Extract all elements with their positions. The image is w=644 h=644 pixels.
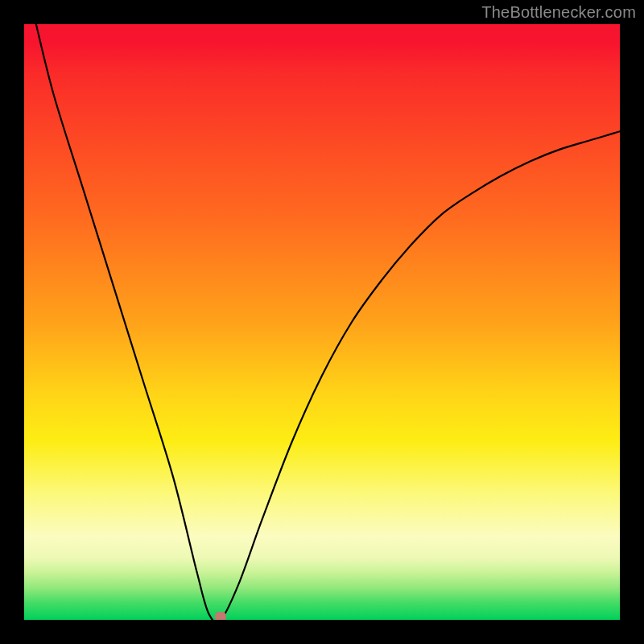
attribution-text: TheBottlenecker.com	[481, 3, 636, 22]
chart-frame: TheBottlenecker.com	[0, 0, 644, 644]
curve-layer	[24, 24, 620, 620]
plot-area	[24, 24, 620, 620]
highlight-marker	[215, 612, 226, 620]
bottleneck-curve	[36, 24, 620, 620]
